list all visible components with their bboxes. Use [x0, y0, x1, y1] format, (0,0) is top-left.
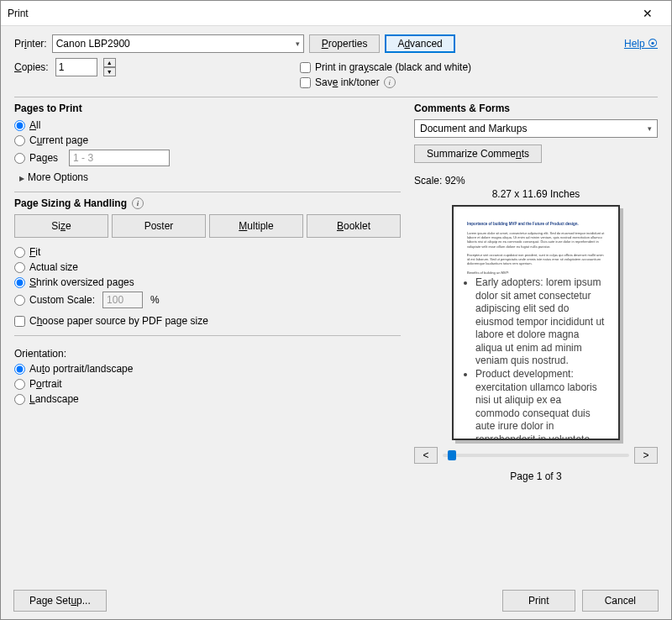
save-ink-label: Save ink/toner [315, 76, 380, 88]
pct-label: % [150, 294, 160, 306]
custom-scale-label: Custom Scale: [29, 294, 95, 306]
copies-label: Copies: [14, 61, 49, 73]
info-icon: i [384, 76, 396, 88]
all-radio[interactable] [14, 120, 25, 131]
slider-thumb[interactable] [448, 450, 456, 460]
chevron-down-icon: ▾ [296, 39, 300, 48]
scale-label: Scale: 92% [414, 175, 658, 187]
all-label: All [29, 119, 40, 131]
prev-page-button[interactable]: < [414, 447, 438, 464]
actual-radio[interactable] [14, 262, 25, 273]
comments-forms-title: Comments & Forms [414, 102, 658, 114]
current-radio[interactable] [14, 135, 25, 146]
grayscale-label: Print in grayscale (black and white) [315, 61, 471, 73]
custom-scale-input[interactable]: 100 [102, 292, 143, 308]
choose-source-checkbox[interactable] [14, 316, 25, 327]
size-button[interactable]: Size [14, 214, 108, 238]
pages-label: Pages [29, 152, 58, 164]
page-preview: Importance of building MVP and the Futur… [452, 205, 620, 440]
advanced-button[interactable]: Advanced [385, 34, 454, 53]
sizing-title: Page Sizing & Handlingi [14, 197, 401, 209]
orientation-title: Orientation: [14, 348, 401, 360]
fit-radio[interactable] [14, 247, 25, 258]
grayscale-checkbox[interactable] [300, 62, 311, 73]
pages-range-input[interactable]: 1 - 3 [69, 150, 170, 166]
landscape-label: Landscape [29, 393, 79, 405]
landscape-radio[interactable] [14, 394, 25, 405]
printer-label: Printer: [14, 38, 47, 50]
print-button[interactable]: Print [502, 590, 575, 612]
page-indicator: Page 1 of 3 [414, 470, 658, 482]
preview-dimensions: 8.27 x 11.69 Inches [414, 188, 658, 200]
shrink-radio[interactable] [14, 277, 25, 288]
choose-source-label: Choose paper source by PDF page size [29, 315, 208, 327]
window-title: Print [8, 8, 631, 19]
portrait-label: Portrait [29, 378, 62, 390]
page-setup-button[interactable]: Page Setup... [13, 590, 107, 612]
shrink-label: Shrink oversized pages [29, 276, 134, 288]
save-ink-checkbox[interactable] [300, 77, 311, 88]
close-icon[interactable]: ✕ [631, 7, 664, 20]
help-link[interactable]: Help ⦿ [624, 38, 658, 50]
next-page-button[interactable]: > [634, 447, 658, 464]
properties-button[interactable]: Properties [309, 34, 381, 53]
summarize-comments-button[interactable]: Summarize Comments [414, 144, 542, 163]
page-slider[interactable] [443, 454, 629, 457]
fit-label: Fit [29, 246, 40, 258]
chevron-down-icon: ▾ [648, 124, 652, 133]
cf-select-value: Document and Markups [420, 123, 527, 134]
pages-radio[interactable] [14, 153, 25, 164]
copies-spinner[interactable]: ▲▼ [103, 58, 116, 76]
multiple-button[interactable]: Multiple [209, 214, 303, 238]
poster-button[interactable]: Poster [112, 214, 206, 238]
comments-forms-select[interactable]: Document and Markups ▾ [414, 119, 658, 138]
portrait-radio[interactable] [14, 379, 25, 390]
actual-label: Actual size [29, 261, 78, 273]
info-icon: i [132, 197, 144, 209]
auto-orient-label: Auto portrait/landscape [29, 363, 133, 375]
auto-orient-radio[interactable] [14, 364, 25, 375]
cancel-button[interactable]: Cancel [582, 590, 659, 612]
custom-scale-radio[interactable] [14, 295, 25, 306]
printer-select[interactable]: Canon LBP2900 ▾ [52, 34, 304, 53]
more-options-toggle[interactable]: More Options [19, 171, 401, 183]
printer-value: Canon LBP2900 [56, 38, 130, 50]
pages-to-print-title: Pages to Print [14, 102, 401, 114]
current-label: Current page [29, 134, 88, 146]
booklet-button[interactable]: Booklet [307, 214, 401, 238]
copies-input[interactable]: 1 [55, 58, 97, 76]
